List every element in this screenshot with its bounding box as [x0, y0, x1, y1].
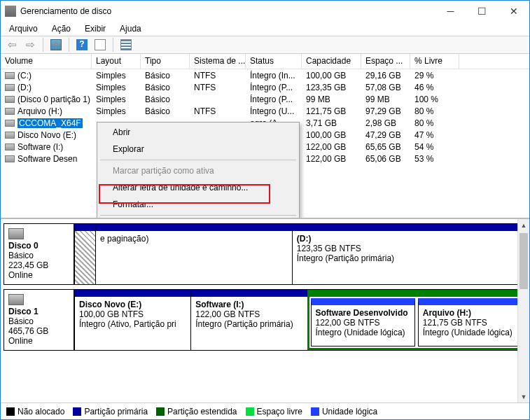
scroll-down-icon[interactable]: ▼	[518, 391, 529, 402]
drive-icon	[5, 108, 15, 115]
legend-swatch-unallocated	[6, 407, 15, 416]
minimize-button[interactable]: ─	[435, 1, 466, 22]
scrollbar-vertical[interactable]: ▲ ▼	[517, 219, 529, 402]
disk-icon	[8, 228, 24, 239]
disk-1-label: Disco 1 Básico 465,76 GB Online	[4, 290, 74, 350]
view-button[interactable]	[48, 37, 64, 52]
context-menu: Abrir Explorar Marcar partição como ativ…	[97, 122, 300, 219]
table-row[interactable]: (C:)SimplesBásicoNTFSÍntegro (In...100,0…	[1, 69, 529, 81]
legend: Não alocado Partição primária Partição e…	[1, 402, 529, 419]
drive-icon	[5, 72, 15, 79]
col-livre[interactable]: % Livre	[410, 54, 459, 69]
ctx-alterar-letra[interactable]: Alterar letra de unidade e caminho...	[99, 179, 298, 196]
menu-acao[interactable]: Ação	[46, 22, 76, 35]
legend-swatch-free	[246, 407, 254, 416]
column-headers: Volume Layout Tipo Sistema de ... Status…	[1, 54, 529, 69]
partition-d[interactable]: (D:) 123,35 GB NTFS Íntegro (Partição pr…	[292, 224, 526, 284]
back-button[interactable]: ⇦	[4, 37, 20, 52]
refresh-button[interactable]	[92, 37, 109, 52]
titlebar: Gerenciamento de disco ─ ☐ ✕	[1, 1, 529, 22]
partition-i[interactable]: Software (I:)122,00 GB NTFSÍntegro (Part…	[190, 290, 307, 350]
volume-list-pane: Volume Layout Tipo Sistema de ... Status…	[1, 54, 529, 219]
col-volume[interactable]: Volume	[1, 54, 92, 69]
partition-soft-dev[interactable]: Software Desenvolvido122,00 GB NTFSÍnteg…	[311, 298, 415, 346]
drive-icon	[5, 84, 15, 91]
partition-e[interactable]: Disco Novo (E:)100,00 GB NTFSÍntegro (At…	[74, 290, 190, 350]
ctx-abrir[interactable]: Abrir	[99, 124, 298, 141]
ctx-formatar[interactable]: Formatar...	[99, 196, 298, 213]
table-row[interactable]: (Disco 0 partição 1)SimplesBásicoÍntegro…	[1, 93, 529, 105]
partition-reserved[interactable]	[74, 224, 95, 284]
ctx-marcar-ativa: Marcar partição como ativa	[99, 162, 298, 179]
col-capacidade[interactable]: Capacidade	[302, 54, 361, 69]
drive-icon	[5, 120, 15, 127]
window-title: Gerenciamento de disco	[20, 6, 435, 16]
graphical-pane: Disco 0 Básico 223,45 GB Online e pagina…	[1, 219, 529, 402]
menu-arquivo[interactable]: Arquivo	[4, 22, 43, 35]
ctx-explorar[interactable]: Explorar	[99, 141, 298, 158]
scroll-up-icon[interactable]: ▲	[518, 219, 529, 231]
list-button[interactable]	[118, 37, 134, 52]
extended-partition[interactable]: Software Desenvolvido122,00 GB NTFSÍnteg…	[307, 290, 526, 350]
scroll-thumb[interactable]	[519, 233, 528, 289]
col-espaco[interactable]: Espaço ...	[361, 54, 410, 69]
forward-button[interactable]: ⇨	[22, 37, 39, 52]
col-status[interactable]: Status	[246, 54, 302, 69]
disk-0-label: Disco 0 Básico 223,45 GB Online	[4, 224, 74, 284]
drive-icon	[5, 144, 15, 150]
partition-arquivo-h[interactable]: Arquivo (H:)121,75 GB NTFSÍntegro (Unida…	[418, 298, 522, 346]
menubar: Arquivo Ação Exibir Ajuda	[1, 22, 529, 36]
app-icon	[5, 6, 16, 17]
table-row[interactable]: (D:)SimplesBásicoNTFSÍntegro (P...123,35…	[1, 81, 529, 93]
drive-icon	[5, 132, 15, 139]
maximize-button[interactable]: ☐	[466, 1, 498, 22]
disk-icon	[8, 294, 24, 305]
col-layout[interactable]: Layout	[92, 54, 141, 69]
legend-swatch-extended	[156, 407, 165, 416]
help-button[interactable]: ?	[74, 37, 90, 52]
disk-0-row[interactable]: Disco 0 Básico 223,45 GB Online e pagina…	[4, 223, 526, 285]
menu-exibir[interactable]: Exibir	[79, 22, 111, 35]
col-tipo[interactable]: Tipo	[141, 54, 190, 69]
drive-icon	[5, 96, 15, 103]
col-sistema[interactable]: Sistema de ...	[190, 54, 246, 69]
drive-icon	[5, 155, 15, 162]
table-row[interactable]: Arquivo (H:)SimplesBásicoNTFSÍntegro (U.…	[1, 105, 529, 117]
menu-ajuda[interactable]: Ajuda	[114, 22, 147, 35]
disk-management-window: Gerenciamento de disco ─ ☐ ✕ Arquivo Açã…	[0, 0, 530, 420]
toolbar: ⇦ ⇨ ?	[1, 36, 529, 54]
legend-swatch-logical	[311, 407, 319, 416]
disk-1-row[interactable]: Disco 1 Básico 465,76 GB Online Disco No…	[4, 289, 526, 351]
partition-c[interactable]: e paginação)	[95, 224, 292, 284]
legend-swatch-primary	[73, 407, 81, 416]
close-button[interactable]: ✕	[498, 1, 529, 22]
